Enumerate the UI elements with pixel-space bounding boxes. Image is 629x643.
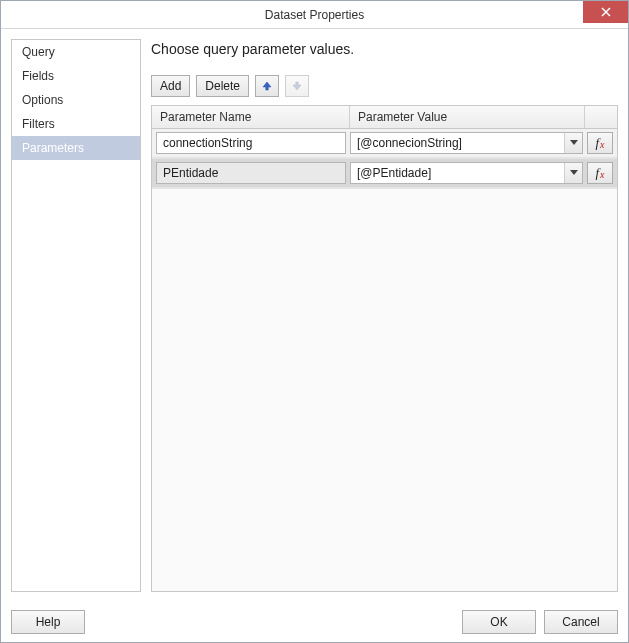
page-heading: Choose query parameter values. (151, 41, 618, 57)
move-up-button[interactable] (255, 75, 279, 97)
parameter-value-cell: [@PEntidade] fx (350, 162, 613, 184)
parameter-name-input[interactable] (156, 132, 346, 154)
grid-body: [@connecionString] fx [@P (152, 129, 617, 591)
close-button[interactable] (583, 1, 628, 23)
parameter-value-text: [@connecionString] (351, 136, 564, 150)
parameter-row[interactable]: [@connecionString] fx (152, 129, 617, 159)
toolbar: Add Delete (151, 75, 618, 97)
sidebar-item-query[interactable]: Query (12, 40, 140, 64)
column-header-fx (585, 106, 617, 128)
parameter-name-input[interactable] (156, 162, 346, 184)
dialog-window: Dataset Properties Query Fields Options … (0, 0, 629, 643)
sidebar-item-fields[interactable]: Fields (12, 64, 140, 88)
titlebar: Dataset Properties (1, 1, 628, 29)
expression-button[interactable]: fx (587, 162, 613, 184)
parameter-value-combo[interactable]: [@PEntidade] (350, 162, 583, 184)
sidebar-item-parameters[interactable]: Parameters (12, 136, 140, 160)
arrow-down-icon (292, 81, 302, 91)
content-panel: Choose query parameter values. Add Delet… (151, 39, 618, 592)
sidebar: Query Fields Options Filters Parameters (11, 39, 141, 592)
chevron-down-icon[interactable] (564, 163, 582, 183)
chevron-down-icon[interactable] (564, 133, 582, 153)
move-down-button[interactable] (285, 75, 309, 97)
expression-button[interactable]: fx (587, 132, 613, 154)
close-icon (601, 7, 611, 17)
sidebar-item-options[interactable]: Options (12, 88, 140, 112)
parameter-value-text: [@PEntidade] (351, 166, 564, 180)
dialog-footer: Help OK Cancel (1, 602, 628, 642)
add-button[interactable]: Add (151, 75, 190, 97)
column-header-name[interactable]: Parameter Name (152, 106, 350, 128)
parameter-row[interactable]: [@PEntidade] fx (152, 159, 617, 189)
arrow-up-icon (262, 81, 272, 91)
help-button[interactable]: Help (11, 610, 85, 634)
cancel-button[interactable]: Cancel (544, 610, 618, 634)
parameter-value-cell: [@connecionString] fx (350, 132, 613, 154)
window-title: Dataset Properties (265, 8, 364, 22)
grid-header: Parameter Name Parameter Value (152, 106, 617, 129)
dialog-body: Query Fields Options Filters Parameters … (1, 29, 628, 602)
parameter-grid: Parameter Name Parameter Value [@conneci… (151, 105, 618, 592)
delete-button[interactable]: Delete (196, 75, 249, 97)
column-header-value[interactable]: Parameter Value (350, 106, 585, 128)
ok-button[interactable]: OK (462, 610, 536, 634)
parameter-value-combo[interactable]: [@connecionString] (350, 132, 583, 154)
sidebar-item-filters[interactable]: Filters (12, 112, 140, 136)
